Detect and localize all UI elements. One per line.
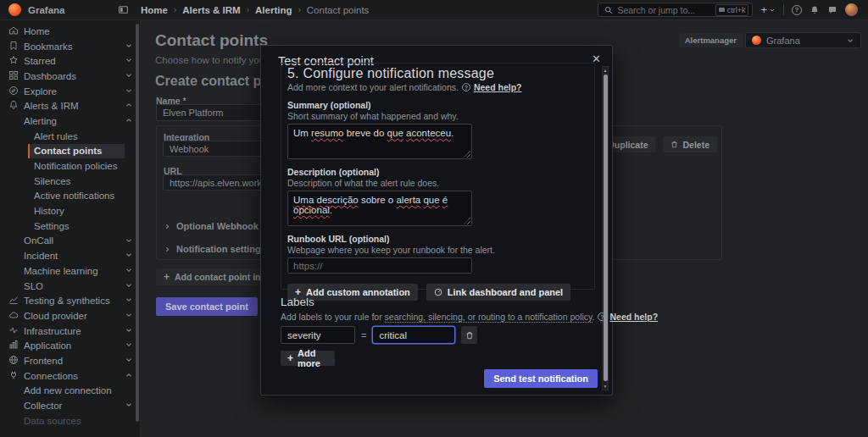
sidebar-item-data-sources[interactable]: Data sources xyxy=(0,413,140,429)
sidebar-item-slo[interactable]: SLO xyxy=(0,279,140,294)
brand-name: Grafana xyxy=(28,5,64,15)
grafana-logo-icon[interactable] xyxy=(8,3,21,16)
scroll-down-icon[interactable]: ▼ xyxy=(603,383,608,390)
sidebar-item-starred[interactable]: Starred xyxy=(0,53,140,69)
runbook-url-input[interactable]: https:// xyxy=(287,257,472,274)
chart-icon xyxy=(8,295,19,305)
chevron-up-icon xyxy=(125,116,133,124)
scroll-up-icon[interactable]: ▲ xyxy=(603,67,608,74)
chevron-down-icon xyxy=(125,356,133,364)
chevron-down-icon xyxy=(125,71,133,80)
sidebar-item-cloud-provider[interactable]: Cloud provider xyxy=(0,308,140,324)
chevron-down-icon xyxy=(125,86,133,95)
sidebar-item-add-new-connection[interactable]: Add new connection xyxy=(0,384,140,399)
label-row: severity = critical xyxy=(281,326,595,344)
description-field-block: Description (optional) Description of wh… xyxy=(287,167,587,226)
search-placeholder: Search or jump to... xyxy=(617,5,710,15)
alertmanager-label: Alertmanager xyxy=(679,33,743,47)
sidebar-item-settings[interactable]: Settings xyxy=(0,218,140,234)
brand-area: Grafana xyxy=(0,3,141,16)
send-test-notification-button[interactable]: Send test notification xyxy=(484,369,598,388)
summary-label: Summary (optional) xyxy=(287,100,587,110)
sidebar-item-application[interactable]: Application xyxy=(0,338,140,353)
labels-need-help-link[interactable]: Need help? xyxy=(609,312,658,322)
sidebar-item-incident[interactable]: Incident xyxy=(0,248,140,263)
chevron-up-icon xyxy=(125,101,133,109)
home-icon xyxy=(8,25,19,36)
sidebar-item-oncall[interactable]: OnCall xyxy=(0,234,140,249)
resize-handle-icon[interactable] xyxy=(464,151,470,158)
sidebar-item-machine-learning[interactable]: Machine learning xyxy=(0,263,140,279)
runbook-description: Webpage where you keep your runbook for … xyxy=(287,245,587,255)
sidebar-item-connections[interactable]: Connections xyxy=(0,368,140,384)
label-key-input[interactable]: severity xyxy=(281,326,355,344)
section-heading: 5. Configure notification message xyxy=(287,66,587,81)
help-icon[interactable]: ? xyxy=(792,5,802,15)
notifications-bell-icon[interactable] xyxy=(810,5,820,15)
breadcrumb-alerts-irm[interactable]: Alerts & IRM xyxy=(182,5,240,15)
dock-sidebar-icon[interactable] xyxy=(118,4,129,15)
chevron-down-icon xyxy=(125,41,133,50)
sidebar-item-infrastructure[interactable]: Infrastructure xyxy=(0,324,140,339)
sidebar-item-frontend[interactable]: Frontend xyxy=(0,353,140,368)
trash-icon xyxy=(670,141,678,148)
sidebar-item-testing-synthetics[interactable]: Testing & synthetics xyxy=(0,293,140,308)
sidebar-item-alerts-irm[interactable]: Alerts & IRM xyxy=(0,98,140,113)
sidebar-item-alert-rules[interactable]: Alert rules xyxy=(0,129,140,144)
modal-scrollbar[interactable]: ▲ ▼ xyxy=(602,66,609,390)
activity-icon xyxy=(8,325,19,335)
need-help-link[interactable]: Need help? xyxy=(474,82,522,92)
save-contact-point-button[interactable]: Save contact point xyxy=(156,297,258,316)
link-dashboard-and-panel-button[interactable]: Link dashboard and panel xyxy=(426,284,570,301)
message-icon[interactable] xyxy=(827,5,837,15)
runbook-field-block: Runbook URL (optional) Webpage where you… xyxy=(287,234,587,274)
sidebar-item-silences[interactable]: Silences xyxy=(0,174,140,189)
chevron-down-icon xyxy=(125,326,133,335)
annotation-actions: + Add custom annotation Link dashboard a… xyxy=(287,284,587,301)
sidebar-item-active-notifications[interactable]: Active notifications xyxy=(0,189,140,204)
breadcrumb-separator: › xyxy=(247,5,249,14)
runbook-label: Runbook URL (optional) xyxy=(287,234,587,244)
remove-label-button[interactable] xyxy=(461,326,477,344)
chevron-down-icon xyxy=(125,296,133,304)
grafana-logo-icon xyxy=(752,36,761,45)
breadcrumb-alerting[interactable]: Alerting xyxy=(255,5,292,15)
avatar[interactable] xyxy=(845,3,858,16)
search-input[interactable]: Search or jump to... ctrl+k xyxy=(598,3,753,17)
top-bar: Grafana Home › Alerts & IRM › Alerting ›… xyxy=(0,0,868,20)
sidebar-item-bookmarks[interactable]: Bookmarks xyxy=(0,39,140,54)
sidebar-item-alerting[interactable]: Alerting xyxy=(0,113,140,129)
resize-handle-icon[interactable] xyxy=(464,218,470,224)
new-menu-button[interactable]: + xyxy=(760,3,776,16)
labels-description: Add labels to your rule for searching, s… xyxy=(281,312,594,322)
chevron-down-icon xyxy=(125,251,133,259)
description-description: Description of what the alert rule does. xyxy=(287,178,587,188)
description-textarea[interactable]: Uma descrição sobre o alerta que é opcio… xyxy=(287,191,472,226)
runbook-placeholder: https:// xyxy=(293,261,323,271)
sidebar-item-explore[interactable]: Explore xyxy=(0,84,140,99)
summary-textarea[interactable]: Um resumo breve do que aconteceu. xyxy=(287,124,472,159)
chevron-up-icon xyxy=(125,371,133,379)
breadcrumb: Home › Alerts & IRM › Alerting › Contact… xyxy=(141,5,369,15)
cloud-icon xyxy=(8,310,19,320)
scrollbar-thumb[interactable] xyxy=(604,75,608,381)
breadcrumb-separator: › xyxy=(174,5,176,14)
search-icon xyxy=(604,6,613,14)
add-more-button[interactable]: + Add more xyxy=(281,351,335,366)
plug-icon xyxy=(8,370,19,380)
globe-icon xyxy=(8,355,19,365)
sidebar-item-notification-policies[interactable]: Notification policies xyxy=(0,158,140,174)
sidebar-item-history[interactable]: History xyxy=(0,203,140,218)
alertmanager-select[interactable]: Grafana xyxy=(745,32,861,48)
sidebar-item-dashboards[interactable]: Dashboards xyxy=(0,69,140,84)
topbar-actions: Search or jump to... ctrl+k + ? xyxy=(598,3,868,17)
sidebar-item-contact-points[interactable]: Contact points xyxy=(0,144,140,159)
notification-settings-toggle[interactable]: Notification settings xyxy=(164,244,266,254)
modal-body: 5. Configure notification message Add mo… xyxy=(281,63,595,366)
breadcrumb-home[interactable]: Home xyxy=(141,5,168,15)
label-value-input[interactable]: critical xyxy=(372,326,455,344)
delete-button[interactable]: Delete xyxy=(663,136,717,152)
sidebar-item-collector[interactable]: Collector xyxy=(0,398,140,413)
alertmanager-picker: Alertmanager Grafana xyxy=(679,32,861,48)
sidebar-item-home[interactable]: Home xyxy=(0,24,140,39)
